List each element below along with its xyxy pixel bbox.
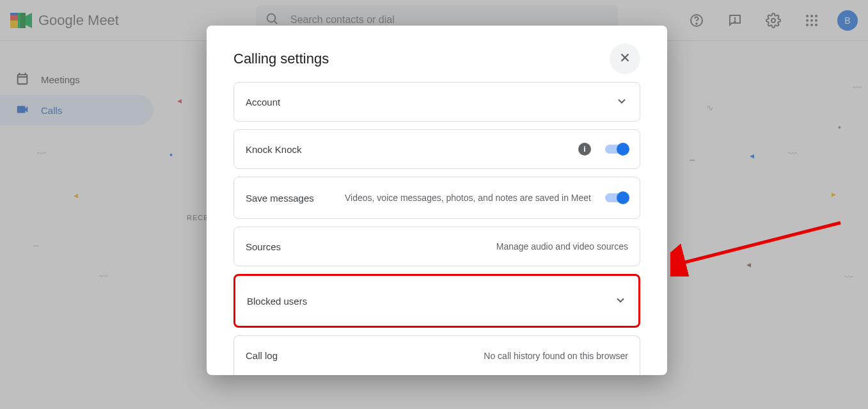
row-sublabel: Manage audio and video sources <box>496 241 628 252</box>
row-label: Sources <box>246 241 281 252</box>
chevron-down-icon <box>614 294 627 309</box>
settings-row-sources[interactable]: Sources Manage audio and video sources <box>233 227 640 266</box>
row-label: Account <box>246 97 280 108</box>
settings-row-account[interactable]: Account <box>233 82 640 122</box>
close-icon <box>618 51 632 67</box>
settings-row-save-messages[interactable]: Save messages Videos, voice messages, ph… <box>233 177 640 219</box>
settings-row-knock-knock[interactable]: Knock Knock i <box>233 129 640 169</box>
settings-row-blocked-users[interactable]: Blocked users <box>233 274 640 328</box>
save-messages-toggle[interactable] <box>605 193 628 202</box>
calling-settings-modal: Calling settings Account Knock Knock i S… <box>207 26 667 375</box>
row-sublabel: Videos, voice messages, photos, and note… <box>345 193 591 203</box>
modal-title: Calling settings <box>233 51 329 67</box>
knock-knock-toggle[interactable] <box>605 145 628 154</box>
close-button[interactable] <box>610 44 640 74</box>
settings-row-call-log[interactable]: Call log No call history found on this b… <box>233 335 640 375</box>
row-sublabel: No call history found on this browser <box>484 351 628 361</box>
row-label: Call log <box>246 350 278 361</box>
row-label: Blocked users <box>247 296 307 307</box>
row-label: Save messages <box>246 193 314 204</box>
chevron-down-icon <box>615 95 628 109</box>
info-icon[interactable]: i <box>578 143 591 156</box>
row-label: Knock Knock <box>246 144 302 155</box>
